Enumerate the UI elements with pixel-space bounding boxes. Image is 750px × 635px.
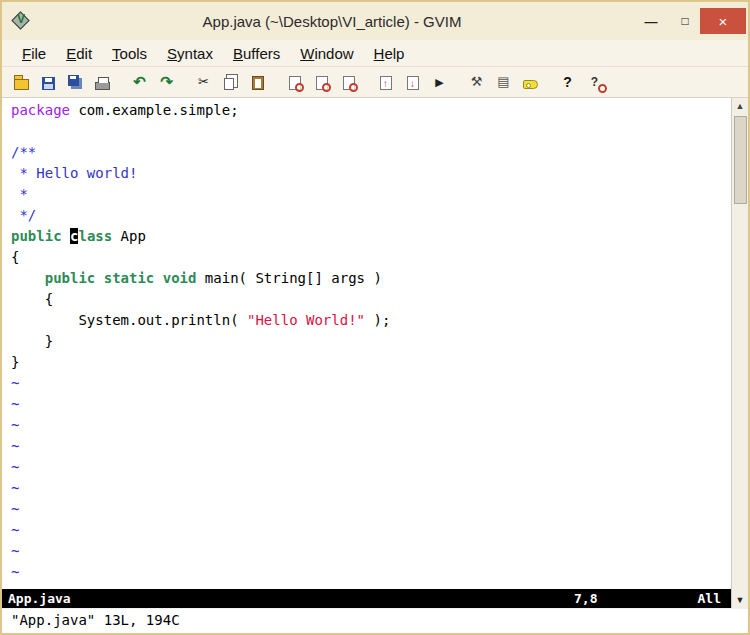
main-area: package com.example.simple;/** * Hello w… [2, 98, 748, 608]
load-session-icon: ↑ [380, 76, 392, 90]
status-filename: App.java [8, 591, 71, 606]
make-icon: ⚒ [468, 74, 485, 90]
code-line: public static void main( String[] args ) [11, 268, 731, 289]
toolbar-make-button[interactable]: ⚒ [463, 70, 490, 95]
window-controls: — □ × [632, 2, 748, 40]
menu-buffers[interactable]: Buffers [223, 43, 290, 64]
tilde-line: ~ [11, 373, 731, 394]
cut-icon: ✂ [195, 74, 212, 90]
tilde-line: ~ [11, 499, 731, 520]
toolbar: ↶↷✂↑↓▶⚒▤?? [2, 67, 748, 98]
find-help-icon: ? [586, 74, 603, 90]
vim-logo-icon: V [10, 10, 32, 32]
code-line: * Hello world! [11, 163, 731, 184]
minimize-button[interactable]: — [632, 8, 670, 34]
find-next-icon [316, 76, 328, 90]
tilde-line: ~ [11, 520, 731, 541]
toolbar-separator [453, 72, 463, 92]
code-line: System.out.println( "Hello World!" ); [11, 310, 731, 331]
code-line: public class App [11, 226, 731, 247]
code-line: } [11, 352, 731, 373]
menu-file[interactable]: File [12, 43, 56, 64]
run-script-icon: ▶ [431, 74, 448, 90]
toolbar-replace-button[interactable] [335, 70, 362, 95]
toolbar-help-button[interactable]: ? [554, 70, 581, 95]
tilde-line: ~ [11, 478, 731, 499]
paste-icon [252, 76, 264, 90]
toolbar-redo-button[interactable]: ↷ [153, 70, 180, 95]
run-ctags-icon: ▤ [495, 74, 512, 90]
code-line: * [11, 184, 731, 205]
toolbar-load-session-button[interactable]: ↑ [372, 70, 399, 95]
code-line: { [11, 247, 731, 268]
text-editor-area[interactable]: package com.example.simple;/** * Hello w… [2, 98, 731, 589]
tilde-line: ~ [11, 457, 731, 478]
toolbar-cut-button[interactable]: ✂ [190, 70, 217, 95]
toolbar-find-help-button[interactable]: ? [581, 70, 608, 95]
toolbar-find-next-button[interactable] [308, 70, 335, 95]
status-bar: App.java 7,8 All [2, 589, 731, 608]
save-icon [42, 77, 55, 90]
tilde-line: ~ [11, 415, 731, 436]
toolbar-run-ctags-button[interactable]: ▤ [490, 70, 517, 95]
print-icon [95, 82, 110, 90]
code-line: } [11, 331, 731, 352]
command-line: "App.java" 13L, 194C [2, 608, 748, 633]
toolbar-find-button[interactable] [281, 70, 308, 95]
toolbar-undo-button[interactable]: ↶ [126, 70, 153, 95]
menu-syntax[interactable]: Syntax [157, 43, 223, 64]
scrollbar-thumb[interactable] [734, 116, 747, 204]
status-scroll-position: All [698, 591, 721, 606]
toolbar-tag-jump-button[interactable] [517, 70, 544, 95]
close-button[interactable]: × [700, 8, 746, 34]
toolbar-save-button[interactable] [35, 70, 62, 95]
menu-tools[interactable]: Tools [102, 43, 157, 64]
redo-icon: ↷ [158, 74, 175, 90]
replace-icon [343, 76, 355, 90]
toolbar-run-script-button[interactable]: ▶ [426, 70, 453, 95]
undo-icon: ↶ [131, 74, 148, 90]
toolbar-print-button[interactable] [89, 70, 116, 95]
window-title: App.java (~\Desktop\VI_article) - GVIM [32, 13, 632, 30]
toolbar-separator [116, 72, 126, 92]
code-line: /** [11, 142, 731, 163]
toolbar-separator [180, 72, 190, 92]
menu-window[interactable]: Window [290, 43, 363, 64]
code-line: */ [11, 205, 731, 226]
scroll-up-button[interactable]: ▲ [732, 98, 749, 114]
code-line: { [11, 289, 731, 310]
vertical-scrollbar[interactable]: ▲ ▼ [731, 98, 748, 608]
toolbar-save-session-button[interactable]: ↓ [399, 70, 426, 95]
toolbar-separator [544, 72, 554, 92]
menu-bar: FileEditToolsSyntaxBuffersWindowHelp [2, 40, 748, 67]
toolbar-save-all-button[interactable] [62, 70, 89, 95]
gvim-window: V App.java (~\Desktop\VI_article) - GVIM… [0, 0, 750, 635]
toolbar-separator [362, 72, 372, 92]
save-all-icon [68, 75, 79, 86]
save-session-icon: ↓ [407, 76, 419, 90]
tag-jump-icon [523, 80, 538, 89]
scroll-down-button[interactable]: ▼ [732, 592, 749, 608]
copy-icon [224, 78, 234, 90]
maximize-button[interactable]: □ [670, 8, 700, 34]
code-line: package com.example.simple; [11, 100, 731, 121]
tilde-line: ~ [11, 436, 731, 457]
toolbar-open-button[interactable] [8, 70, 35, 95]
tilde-line: ~ [11, 394, 731, 415]
menu-edit[interactable]: Edit [56, 43, 102, 64]
menu-help[interactable]: Help [364, 43, 415, 64]
status-cursor-position: 7,8 [574, 591, 597, 606]
find-icon [289, 76, 301, 90]
title-bar: V App.java (~\Desktop\VI_article) - GVIM… [2, 2, 748, 40]
toolbar-separator [271, 72, 281, 92]
open-icon [14, 79, 29, 90]
toolbar-paste-button[interactable] [244, 70, 271, 95]
tilde-line: ~ [11, 541, 731, 562]
toolbar-copy-button[interactable] [217, 70, 244, 95]
tilde-line: ~ [11, 562, 731, 583]
code-line [11, 121, 731, 142]
help-icon: ? [559, 74, 576, 90]
